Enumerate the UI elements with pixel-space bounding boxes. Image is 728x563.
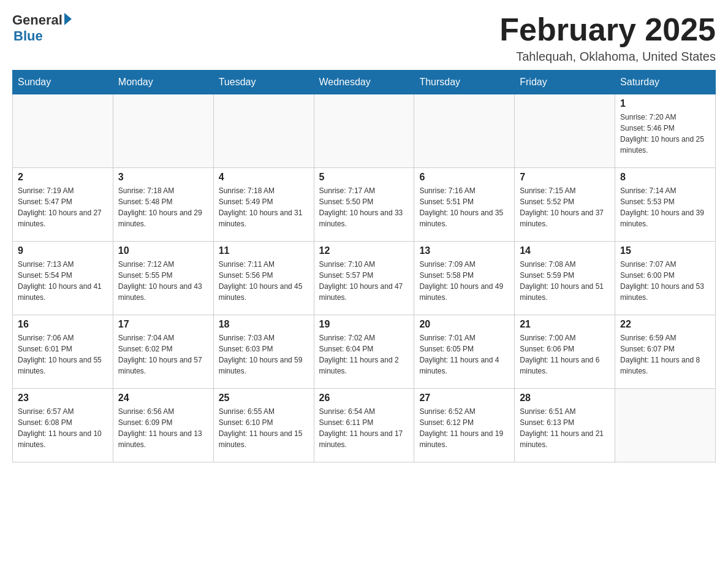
day-number: 10 — [118, 245, 208, 256]
day-info: Sunrise: 7:11 AMSunset: 5:56 PMDaylight:… — [219, 259, 309, 303]
day-info: Sunrise: 6:52 AMSunset: 6:12 PMDaylight:… — [419, 406, 509, 450]
logo-arrow-icon — [64, 13, 72, 25]
week-row-4: 16Sunrise: 7:06 AMSunset: 6:01 PMDayligh… — [13, 315, 716, 389]
calendar-cell: 15Sunrise: 7:07 AMSunset: 6:00 PMDayligh… — [615, 242, 716, 315]
day-number: 14 — [520, 245, 610, 256]
calendar-cell: 28Sunrise: 6:51 AMSunset: 6:13 PMDayligh… — [515, 389, 615, 462]
day-number: 17 — [118, 319, 208, 330]
month-title: February 2025 — [499, 12, 716, 47]
calendar-cell: 18Sunrise: 7:03 AMSunset: 6:03 PMDayligh… — [213, 315, 314, 389]
day-number: 24 — [118, 393, 208, 404]
day-info: Sunrise: 7:12 AMSunset: 5:55 PMDaylight:… — [118, 259, 208, 303]
day-info: Sunrise: 6:51 AMSunset: 6:13 PMDaylight:… — [520, 406, 610, 450]
day-header-friday: Friday — [515, 71, 615, 94]
calendar-cell: 5Sunrise: 7:17 AMSunset: 5:50 PMDaylight… — [314, 168, 414, 242]
day-info: Sunrise: 7:20 AMSunset: 5:46 PMDaylight:… — [620, 112, 710, 156]
calendar-cell: 11Sunrise: 7:11 AMSunset: 5:56 PMDayligh… — [213, 242, 314, 315]
page-header: General Blue February 2025 Tahlequah, Ok… — [12, 12, 716, 64]
day-info: Sunrise: 7:18 AMSunset: 5:49 PMDaylight:… — [219, 185, 309, 229]
calendar-cell: 19Sunrise: 7:02 AMSunset: 6:04 PMDayligh… — [314, 315, 414, 389]
week-row-5: 23Sunrise: 6:57 AMSunset: 6:08 PMDayligh… — [13, 389, 716, 462]
week-row-2: 2Sunrise: 7:19 AMSunset: 5:47 PMDaylight… — [13, 168, 716, 242]
day-number: 3 — [118, 172, 208, 183]
day-info: Sunrise: 7:09 AMSunset: 5:58 PMDaylight:… — [419, 259, 509, 303]
day-header-thursday: Thursday — [414, 71, 515, 94]
calendar-cell — [113, 94, 213, 168]
calendar-cell: 26Sunrise: 6:54 AMSunset: 6:11 PMDayligh… — [314, 389, 414, 462]
day-info: Sunrise: 7:01 AMSunset: 6:05 PMDaylight:… — [419, 332, 509, 377]
day-info: Sunrise: 7:03 AMSunset: 6:03 PMDaylight:… — [219, 332, 309, 377]
day-number: 28 — [520, 393, 610, 404]
day-info: Sunrise: 7:14 AMSunset: 5:53 PMDaylight:… — [620, 185, 710, 229]
day-number: 9 — [18, 245, 108, 256]
day-info: Sunrise: 6:56 AMSunset: 6:09 PMDaylight:… — [118, 406, 208, 450]
calendar-cell: 1Sunrise: 7:20 AMSunset: 5:46 PMDaylight… — [615, 94, 716, 168]
day-info: Sunrise: 6:54 AMSunset: 6:11 PMDaylight:… — [319, 406, 409, 450]
day-info: Sunrise: 7:04 AMSunset: 6:02 PMDaylight:… — [118, 332, 208, 377]
day-number: 2 — [18, 172, 108, 183]
day-number: 13 — [419, 245, 509, 256]
day-number: 11 — [219, 245, 309, 256]
calendar-cell: 12Sunrise: 7:10 AMSunset: 5:57 PMDayligh… — [314, 242, 414, 315]
week-row-3: 9Sunrise: 7:13 AMSunset: 5:54 PMDaylight… — [13, 242, 716, 315]
day-header-tuesday: Tuesday — [213, 71, 314, 94]
day-number: 21 — [520, 319, 610, 330]
calendar-cell: 2Sunrise: 7:19 AMSunset: 5:47 PMDaylight… — [13, 168, 113, 242]
calendar-cell: 23Sunrise: 6:57 AMSunset: 6:08 PMDayligh… — [13, 389, 113, 462]
day-info: Sunrise: 7:06 AMSunset: 6:01 PMDaylight:… — [18, 332, 108, 377]
logo: General Blue — [12, 12, 72, 44]
day-number: 15 — [620, 245, 710, 256]
day-number: 25 — [219, 393, 309, 404]
calendar-cell: 22Sunrise: 6:59 AMSunset: 6:07 PMDayligh… — [615, 315, 716, 389]
calendar-cell: 9Sunrise: 7:13 AMSunset: 5:54 PMDaylight… — [13, 242, 113, 315]
day-number: 6 — [419, 172, 509, 183]
day-info: Sunrise: 7:16 AMSunset: 5:51 PMDaylight:… — [419, 185, 509, 229]
calendar-cell — [615, 389, 716, 462]
calendar-header-row: SundayMondayTuesdayWednesdayThursdayFrid… — [13, 71, 716, 94]
calendar-cell: 10Sunrise: 7:12 AMSunset: 5:55 PMDayligh… — [113, 242, 213, 315]
day-number: 8 — [620, 172, 710, 183]
day-number: 20 — [419, 319, 509, 330]
day-info: Sunrise: 7:18 AMSunset: 5:48 PMDaylight:… — [118, 185, 208, 229]
day-number: 4 — [219, 172, 309, 183]
calendar-cell: 24Sunrise: 6:56 AMSunset: 6:09 PMDayligh… — [113, 389, 213, 462]
day-info: Sunrise: 6:57 AMSunset: 6:08 PMDaylight:… — [18, 406, 108, 450]
day-header-saturday: Saturday — [615, 71, 716, 94]
day-info: Sunrise: 7:19 AMSunset: 5:47 PMDaylight:… — [18, 185, 108, 229]
calendar-cell: 8Sunrise: 7:14 AMSunset: 5:53 PMDaylight… — [615, 168, 716, 242]
calendar-cell — [414, 94, 515, 168]
calendar-cell: 16Sunrise: 7:06 AMSunset: 6:01 PMDayligh… — [13, 315, 113, 389]
calendar-cell: 27Sunrise: 6:52 AMSunset: 6:12 PMDayligh… — [414, 389, 515, 462]
calendar-cell: 25Sunrise: 6:55 AMSunset: 6:10 PMDayligh… — [213, 389, 314, 462]
calendar-cell — [515, 94, 615, 168]
day-number: 1 — [620, 98, 710, 109]
calendar-cell: 4Sunrise: 7:18 AMSunset: 5:49 PMDaylight… — [213, 168, 314, 242]
day-number: 18 — [219, 319, 309, 330]
day-info: Sunrise: 7:07 AMSunset: 6:00 PMDaylight:… — [620, 259, 710, 303]
day-number: 7 — [520, 172, 610, 183]
day-header-sunday: Sunday — [13, 71, 113, 94]
calendar-cell — [314, 94, 414, 168]
week-row-1: 1Sunrise: 7:20 AMSunset: 5:46 PMDaylight… — [13, 94, 716, 168]
day-number: 27 — [419, 393, 509, 404]
calendar-cell: 7Sunrise: 7:15 AMSunset: 5:52 PMDaylight… — [515, 168, 615, 242]
day-info: Sunrise: 7:08 AMSunset: 5:59 PMDaylight:… — [520, 259, 610, 303]
calendar-cell: 21Sunrise: 7:00 AMSunset: 6:06 PMDayligh… — [515, 315, 615, 389]
day-info: Sunrise: 7:15 AMSunset: 5:52 PMDaylight:… — [520, 185, 610, 229]
day-info: Sunrise: 7:13 AMSunset: 5:54 PMDaylight:… — [18, 259, 108, 303]
day-info: Sunrise: 6:59 AMSunset: 6:07 PMDaylight:… — [620, 332, 710, 377]
day-number: 22 — [620, 319, 710, 330]
title-section: February 2025 Tahlequah, Oklahoma, Unite… — [499, 12, 716, 64]
day-number: 19 — [319, 319, 409, 330]
day-info: Sunrise: 7:02 AMSunset: 6:04 PMDaylight:… — [319, 332, 409, 377]
calendar-cell: 17Sunrise: 7:04 AMSunset: 6:02 PMDayligh… — [113, 315, 213, 389]
calendar-cell: 6Sunrise: 7:16 AMSunset: 5:51 PMDaylight… — [414, 168, 515, 242]
calendar-table: SundayMondayTuesdayWednesdayThursdayFrid… — [12, 70, 716, 462]
calendar-cell: 3Sunrise: 7:18 AMSunset: 5:48 PMDaylight… — [113, 168, 213, 242]
logo-general-text: General — [12, 12, 63, 28]
day-header-wednesday: Wednesday — [314, 71, 414, 94]
day-number: 23 — [18, 393, 108, 404]
day-header-monday: Monday — [113, 71, 213, 94]
calendar-cell — [213, 94, 314, 168]
calendar-cell: 14Sunrise: 7:08 AMSunset: 5:59 PMDayligh… — [515, 242, 615, 315]
